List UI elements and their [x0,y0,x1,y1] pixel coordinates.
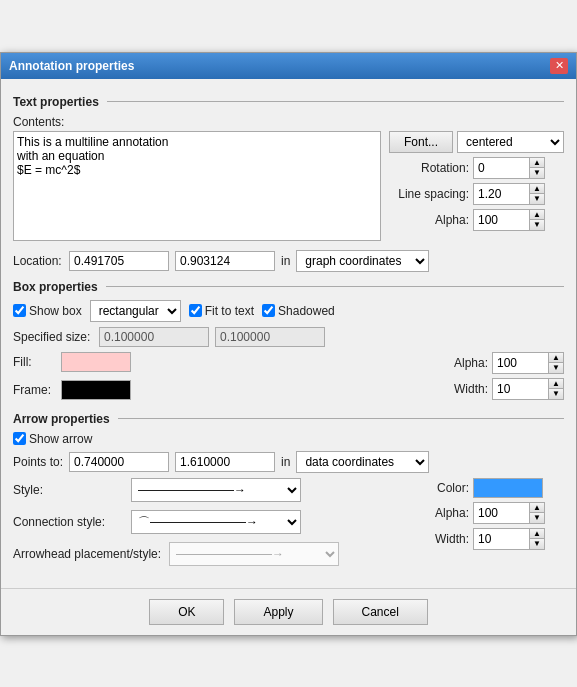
location-y-input[interactable] [175,251,275,271]
alpha-row-text: Alpha: ▲ ▼ [389,209,564,231]
show-arrow-label[interactable]: Show arrow [13,432,564,446]
arrow-width-down[interactable]: ▼ [530,539,544,549]
contents-textarea[interactable] [13,131,381,241]
box-section-divider [106,286,564,287]
arrow-width-up[interactable]: ▲ [530,529,544,539]
line-spacing-row: Line spacing: ▲ ▼ [389,183,564,205]
fill-row: Fill: [13,352,431,372]
line-spacing-down[interactable]: ▼ [530,194,544,204]
coords-select-location[interactable]: graph coordinates data coordinates displ… [296,250,429,272]
arrow-section-divider [118,418,564,419]
show-box-label[interactable]: Show box [13,304,82,318]
size-x-input[interactable] [99,327,209,347]
rotation-down[interactable]: ▼ [530,168,544,178]
alpha-input-text[interactable] [474,210,529,230]
box-alpha-row: Alpha: ▲ ▼ [443,352,564,374]
frame-color-swatch[interactable] [61,380,131,400]
close-button[interactable]: ✕ [550,58,568,74]
box-width-row: Width: ▲ ▼ [443,378,564,400]
line-spacing-label: Line spacing: [389,187,469,201]
rotation-input[interactable] [474,158,529,178]
arrow-props-header: Arrow properties [13,412,564,426]
textarea-container [13,131,381,244]
line-spacing-spinbox: ▲ ▼ [473,183,545,205]
in-label-arrow: in [281,455,290,469]
cancel-button[interactable]: Cancel [333,599,428,625]
box-alpha-label: Alpha: [443,356,488,370]
arrow-width-row: Width: ▲ ▼ [424,528,564,550]
arrow-alpha-input[interactable] [474,503,529,523]
alpha-up-text[interactable]: ▲ [530,210,544,220]
box-width-input[interactable] [493,379,548,399]
connection-style-select[interactable]: ⌒————————→ [131,510,301,534]
line-spacing-up[interactable]: ▲ [530,184,544,194]
arrow-width-label: Width: [424,532,469,546]
location-label: Location: [13,254,63,268]
line-spacing-input[interactable] [474,184,529,204]
box-alpha-down[interactable]: ▼ [549,363,563,373]
arrow-alpha-up[interactable]: ▲ [530,503,544,513]
apply-button[interactable]: Apply [234,599,322,625]
rotation-up[interactable]: ▲ [530,158,544,168]
fill-color-swatch[interactable] [61,352,131,372]
arrow-alpha-row: Alpha: ▲ ▼ [424,502,564,524]
shadowed-label[interactable]: Shadowed [262,304,335,318]
contents-label: Contents: [13,115,564,129]
box-alpha-input[interactable] [493,353,548,373]
fit-to-text-label[interactable]: Fit to text [189,304,254,318]
specified-size-label: Specified size: [13,330,93,344]
alpha-down-text[interactable]: ▼ [530,220,544,230]
box-props-header: Box properties [13,280,564,294]
ok-button[interactable]: OK [149,599,224,625]
rotation-spinbox: ▲ ▼ [473,157,545,179]
text-props-label: Text properties [13,95,99,109]
annotation-properties-dialog: Annotation properties ✕ Text properties … [0,52,577,636]
specified-size-row: Specified size: [13,327,564,347]
location-x-input[interactable] [69,251,169,271]
box-type-select[interactable]: rectangular rounded ellipse [90,300,181,322]
style-label: Style: [13,483,123,497]
box-width-down[interactable]: ▼ [549,389,563,399]
title-bar: Annotation properties ✕ [1,53,576,79]
points-x-input[interactable] [69,452,169,472]
font-button[interactable]: Font... [389,131,453,153]
right-controls: Font... centered left right Rotation: ▲ [389,131,564,231]
size-y-input[interactable] [215,327,325,347]
dialog-title: Annotation properties [9,59,134,73]
arrow-properties-section: Show arrow Points to: in data coordinate… [13,432,564,570]
arrow-props-label: Arrow properties [13,412,110,426]
box-props-label: Box properties [13,280,98,294]
coords-select-arrow[interactable]: data coordinates graph coordinates displ… [296,451,429,473]
text-properties-section: Contents: Font... centered left right [13,115,564,272]
font-row: Font... centered left right [389,131,564,153]
shadowed-checkbox[interactable] [262,304,275,317]
location-row: Location: in graph coordinates data coor… [13,250,564,272]
text-props-header: Text properties [13,95,564,109]
box-alpha-spinbox: ▲ ▼ [492,352,564,374]
arrow-alpha-down[interactable]: ▼ [530,513,544,523]
frame-row: Frame: [13,380,431,400]
alignment-select[interactable]: centered left right [457,131,564,153]
points-to-label: Points to: [13,455,63,469]
connection-style-label: Connection style: [13,515,123,529]
in-label-location: in [281,254,290,268]
points-y-input[interactable] [175,452,275,472]
box-alpha-up[interactable]: ▲ [549,353,563,363]
arrow-width-input[interactable] [474,529,529,549]
rotation-label: Rotation: [389,161,469,175]
box-width-up[interactable]: ▲ [549,379,563,389]
arrow-style-select[interactable]: ————————→ [131,478,301,502]
arrow-alpha-spinbox: ▲ ▼ [473,502,545,524]
rotation-row: Rotation: ▲ ▼ [389,157,564,179]
fill-label: Fill: [13,355,53,369]
arrowhead-select[interactable]: ————————→ [169,542,339,566]
alpha-label-text: Alpha: [389,213,469,227]
connection-style-row: Connection style: ⌒————————→ [13,510,412,534]
fit-to-text-checkbox[interactable] [189,304,202,317]
show-box-checkbox[interactable] [13,304,26,317]
show-arrow-checkbox[interactable] [13,432,26,445]
arrow-color-swatch[interactable] [473,478,543,498]
points-to-row: Points to: in data coordinates graph coo… [13,451,564,473]
arrowhead-row: Arrowhead placement/style: ————————→ [13,542,412,566]
arrow-width-spinbox: ▲ ▼ [473,528,545,550]
